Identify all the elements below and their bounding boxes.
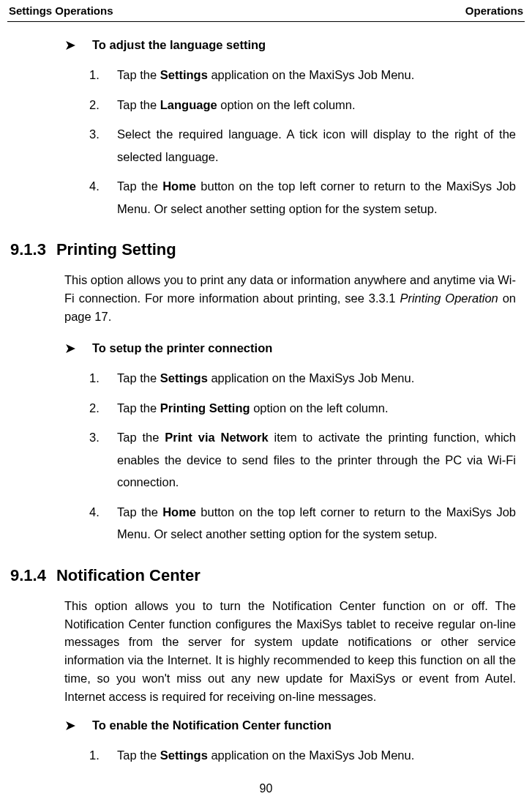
arrow-icon: ➤ (64, 718, 79, 732)
item-number: 2. (89, 94, 117, 116)
bullet-heading-adjust-language: ➤ To adjust the language setting (64, 38, 525, 52)
arrow-icon: ➤ (64, 341, 79, 355)
item-text: Tap the Settings application on the Maxi… (117, 367, 516, 390)
list-item: 4. Tap the Home button on the top left c… (89, 501, 516, 546)
page-content: ➤ To adjust the language setting 1. Tap … (7, 38, 525, 767)
bullet-heading-notification-enable: ➤ To enable the Notification Center func… (64, 718, 525, 732)
item-number: 2. (89, 397, 117, 420)
item-number: 1. (89, 744, 117, 767)
list-item: 3. Select the required language. A tick … (89, 123, 516, 168)
item-text: Tap the Printing Setting option on the l… (117, 397, 516, 420)
item-text: Tap the Print via Network item to activa… (117, 426, 516, 494)
item-number: 3. (89, 123, 117, 168)
header-left: Settings Operations (9, 4, 113, 17)
bullet-title: To enable the Notification Center functi… (92, 718, 331, 732)
section-heading-printing-setting: 9.1.3 Printing Setting (10, 240, 525, 259)
list-item: 4. Tap the Home button on the top left c… (89, 175, 516, 220)
list-item: 3. Tap the Print via Network item to act… (89, 426, 516, 494)
list-printer-connection: 1. Tap the Settings application on the M… (89, 367, 516, 546)
header-right: Operations (465, 4, 523, 17)
list-item: 2. Tap the Language option on the left c… (89, 94, 516, 116)
section-number: 9.1.3 (10, 240, 46, 259)
item-number: 4. (89, 175, 117, 220)
item-text: Tap the Home button on the top left corn… (117, 175, 516, 220)
item-text: Select the required language. A tick ico… (117, 123, 516, 168)
list-item: 1. Tap the Settings application on the M… (89, 64, 516, 86)
arrow-icon: ➤ (64, 38, 79, 52)
section-title: Notification Center (56, 566, 201, 585)
item-number: 1. (89, 64, 117, 86)
section-heading-notification-center: 9.1.4 Notification Center (10, 566, 525, 585)
bullet-title: To setup the printer connection (92, 341, 272, 355)
item-text: Tap the Home button on the top left corn… (117, 501, 516, 546)
page-number: 90 (0, 782, 532, 795)
section-number: 9.1.4 (10, 566, 46, 585)
item-number: 3. (89, 426, 117, 494)
section-paragraph: This option allows you to turn the Notif… (64, 597, 516, 706)
list-adjust-language: 1. Tap the Settings application on the M… (89, 64, 516, 220)
section-paragraph: This option allows you to print any data… (64, 271, 516, 325)
bullet-title: To adjust the language setting (92, 38, 266, 52)
page-header: Settings Operations Operations (7, 0, 525, 22)
section-title: Printing Setting (56, 240, 176, 259)
item-number: 1. (89, 367, 117, 390)
list-item: 1. Tap the Settings application on the M… (89, 367, 516, 390)
list-item: 1. Tap the Settings application on the M… (89, 744, 516, 767)
bullet-heading-printer-connection: ➤ To setup the printer connection (64, 341, 525, 355)
list-notification-enable: 1. Tap the Settings application on the M… (89, 744, 516, 767)
list-item: 2. Tap the Printing Setting option on th… (89, 397, 516, 420)
item-number: 4. (89, 501, 117, 546)
item-text: Tap the Settings application on the Maxi… (117, 64, 516, 86)
item-text: Tap the Language option on the left colu… (117, 94, 516, 116)
item-text: Tap the Settings application on the Maxi… (117, 744, 516, 767)
